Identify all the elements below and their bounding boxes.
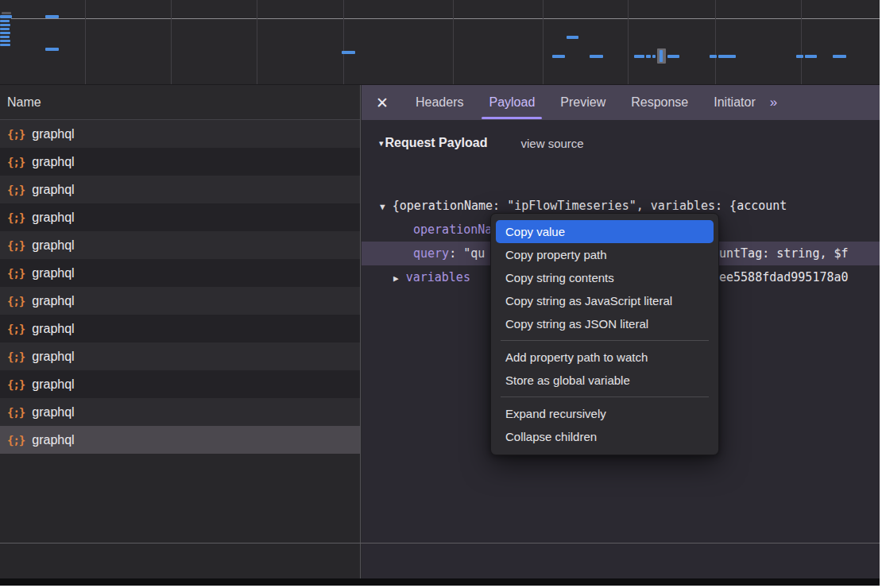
property-key: variables [406, 270, 470, 284]
request-name: graphql [32, 322, 74, 336]
overview-request-bar [833, 55, 846, 58]
request-row[interactable]: {;}graphql [0, 426, 360, 454]
overview-gridline [85, 0, 86, 84]
overview-request-bar [0, 36, 10, 38]
overview-request-bar [0, 24, 10, 26]
tab-preview[interactable]: Preview [547, 85, 618, 120]
property-value-right: ee5588fdad995178a0 [719, 265, 849, 289]
overview-request-bar [718, 55, 736, 58]
overview-request-bar [710, 55, 717, 58]
request-name: graphql [32, 155, 74, 169]
json-file-icon: {;} [7, 128, 25, 141]
request-name: graphql [32, 238, 74, 253]
overview-gridline [628, 0, 629, 84]
request-name: graphql [32, 377, 74, 392]
overview-request-bar [342, 51, 355, 54]
request-name: graphql [32, 294, 74, 308]
network-main-area: Name {;}graphql{;}graphql{;}graphql{;}gr… [0, 85, 880, 578]
overview-request-bar [660, 50, 663, 62]
request-row[interactable]: {;}graphql [0, 176, 360, 203]
overview-request-bar [0, 15, 12, 18]
overview-request-bar [590, 55, 603, 58]
menu-item-copy-string-as-javascript-literal[interactable]: Copy string as JavaScript literal [491, 289, 718, 312]
menu-item-expand-recursively[interactable]: Expand recursively [491, 402, 718, 425]
detail-tab-bar: ✕ HeadersPayloadPreviewResponseInitiator… [362, 85, 880, 120]
overview-request-bar [0, 28, 10, 30]
expanded-arrow-icon[interactable]: ▼ [380, 202, 385, 212]
network-overview-timeline[interactable] [0, 0, 880, 85]
json-file-icon: {;} [7, 378, 25, 391]
menu-item-copy-property-path[interactable]: Copy property path [491, 243, 718, 266]
request-name: graphql [32, 127, 74, 141]
overview-gridline [801, 0, 802, 84]
request-row[interactable]: {;}graphql [0, 287, 360, 315]
json-file-icon: {;} [7, 156, 25, 168]
json-file-icon: {;} [7, 184, 25, 196]
property-key: query [413, 246, 449, 261]
property-value-right: untTag: string, $f [719, 242, 849, 265]
menu-item-collapse-children[interactable]: Collapse children [491, 425, 718, 448]
request-row[interactable]: {;}graphql [0, 120, 360, 148]
overview-gridline [543, 0, 544, 84]
request-payload-section-header[interactable]: ▾ Request Payload view source [362, 131, 880, 155]
tab-initiator[interactable]: Initiator [701, 85, 768, 120]
json-file-icon: {;} [7, 350, 25, 363]
json-root-preview: {operationName: "ipFlowTimeseries", vari… [393, 199, 787, 213]
context-menu: Copy valueCopy property pathCopy string … [490, 213, 719, 455]
overview-gridline [453, 0, 454, 84]
json-file-icon: {;} [7, 211, 25, 224]
section-collapse-icon[interactable]: ▾ [379, 138, 384, 149]
tab-response[interactable]: Response [618, 85, 701, 120]
request-row[interactable]: {;}graphql [0, 315, 360, 342]
json-file-icon: {;} [7, 323, 25, 335]
overview-gridline [171, 0, 172, 84]
footer-divider [0, 543, 880, 544]
request-name: graphql [32, 266, 74, 280]
menu-item-copy-value[interactable]: Copy value [496, 220, 714, 243]
overview-request-bar [0, 44, 10, 46]
overview-request-bar [634, 55, 644, 58]
overview-request-bar [45, 15, 59, 18]
tab-payload[interactable]: Payload [476, 85, 547, 120]
overview-request-bar [805, 55, 817, 58]
overview-request-bar [796, 55, 803, 58]
tab-headers[interactable]: Headers [403, 85, 476, 120]
name-column-header[interactable]: Name [0, 85, 360, 120]
request-row[interactable]: {;}graphql [0, 259, 360, 287]
menu-separator [501, 397, 709, 397]
request-row[interactable]: {;}graphql [0, 370, 360, 398]
overview-request-bar [652, 55, 656, 58]
overview-request-bar [567, 36, 578, 39]
menu-item-copy-string-as-json-literal[interactable]: Copy string as JSON literal [491, 312, 718, 335]
overview-request-bar [45, 48, 59, 51]
collapsed-arrow-icon[interactable]: ▶ [393, 273, 399, 284]
request-row[interactable]: {;}graphql [0, 148, 360, 176]
request-row[interactable]: {;}graphql [0, 231, 360, 259]
close-icon[interactable]: ✕ [362, 94, 403, 112]
json-file-icon: {;} [7, 267, 25, 280]
more-tabs-icon[interactable]: » [770, 95, 776, 110]
overview-request-bar [667, 55, 679, 58]
request-name: graphql [32, 405, 74, 420]
name-column-label: Name [7, 95, 41, 110]
overview-request-bar [552, 55, 565, 58]
overview-gridline [257, 0, 257, 84]
menu-item-add-property-path-to-watch[interactable]: Add property path to watch [491, 346, 718, 369]
menu-separator [501, 340, 709, 341]
request-table: Name {;}graphql{;}graphql{;}graphql{;}gr… [0, 85, 361, 578]
request-row[interactable]: {;}graphql [0, 342, 360, 370]
section-title: Request Payload [385, 136, 488, 150]
request-name: graphql [32, 211, 74, 225]
overview-gridline [343, 0, 344, 84]
request-row[interactable]: {;}graphql [0, 398, 360, 426]
overview-request-bar [0, 20, 10, 22]
overview-request-bar [0, 32, 10, 34]
overview-request-bar [0, 40, 10, 42]
overview-request-bar [646, 55, 651, 58]
view-source-link[interactable]: view source [520, 137, 583, 150]
request-name: graphql [32, 350, 74, 364]
request-row[interactable]: {;}graphql [0, 203, 360, 231]
menu-item-copy-string-contents[interactable]: Copy string contents [491, 266, 718, 289]
json-file-icon: {;} [7, 295, 25, 308]
menu-item-store-as-global-variable[interactable]: Store as global variable [491, 369, 718, 392]
